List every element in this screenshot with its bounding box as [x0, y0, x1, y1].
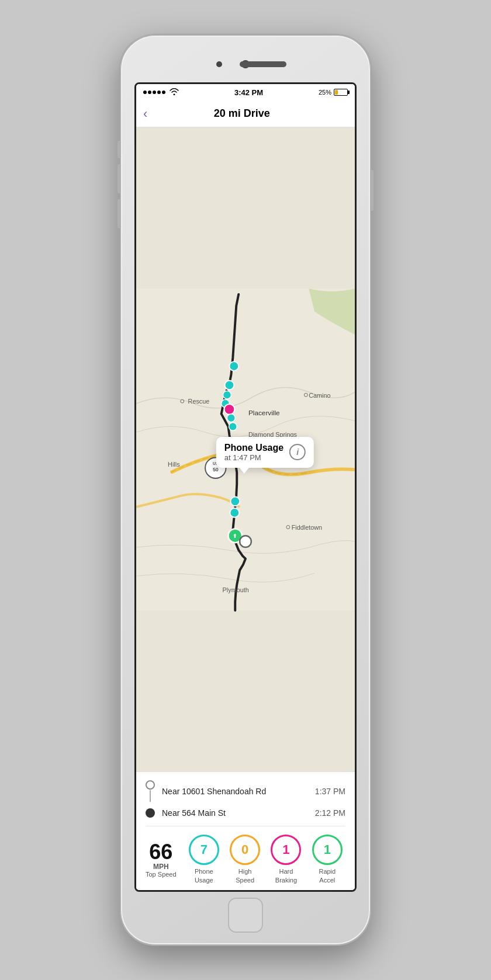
home-button[interactable]: [228, 898, 263, 933]
volume-mute-button[interactable]: [117, 141, 121, 158]
top-speed-label: Top Speed: [146, 871, 177, 878]
speaker-icon: [240, 61, 286, 67]
route-end-time: 2:12 PM: [315, 808, 345, 818]
volume-up-button[interactable]: [117, 164, 121, 193]
svg-text:⬆: ⬆: [233, 533, 237, 539]
rapid-accel-circle: 1: [312, 835, 343, 865]
battery-percent: 25%: [319, 89, 331, 96]
svg-point-26: [240, 536, 251, 547]
phone-usage-stat[interactable]: 7 PhoneUsage: [186, 835, 222, 884]
route-info: Near 10601 Shenandoah Rd 1:37 PM Near 56…: [146, 780, 345, 826]
status-bar: 3:42 PM 25%: [136, 84, 355, 100]
back-button[interactable]: ‹: [143, 107, 147, 120]
high-speed-circle: 0: [230, 835, 260, 865]
info-icon[interactable]: i: [289, 444, 306, 460]
camera-area: [121, 47, 370, 82]
map-area[interactable]: US 50 Rescue Hills Placerville Diamond S…: [136, 127, 355, 772]
hard-braking-circle: 1: [271, 835, 301, 865]
volume-down-button[interactable]: [117, 199, 121, 228]
screen: 3:42 PM 25% ‹ 20 mi Drive: [134, 82, 357, 892]
svg-text:Fiddletown: Fiddletown: [292, 524, 322, 531]
bottom-info: Near 10601 Shenandoah Rd 1:37 PM Near 56…: [136, 772, 355, 890]
status-left: [143, 88, 179, 97]
high-speed-label: HighSpeed: [236, 867, 254, 884]
svg-point-19: [224, 404, 235, 415]
power-button[interactable]: [370, 170, 374, 211]
top-speed-stat: 66 MPH Top Speed: [146, 842, 177, 878]
popup-text: Phone Usage at 1:47 PM: [224, 443, 283, 462]
svg-text:Rescue: Rescue: [188, 398, 210, 405]
route-start-row: Near 10601 Shenandoah Rd 1:37 PM: [146, 780, 345, 802]
hard-braking-label: HardBraking: [275, 867, 297, 884]
top-speed-value: 66: [149, 842, 172, 863]
svg-text:Placerville: Placerville: [248, 409, 280, 417]
route-start-time: 1:37 PM: [315, 787, 345, 796]
route-end-row: Near 564 Main St 2:12 PM: [146, 808, 345, 818]
stats-row: 66 MPH Top Speed 7 PhoneUsage 0 HighSpee…: [146, 835, 345, 884]
svg-point-22: [230, 496, 240, 506]
rapid-accel-stat[interactable]: 1 RapidAccel: [309, 835, 345, 884]
route-start-address: Near 10601 Shenandoah Rd: [162, 787, 308, 796]
page-title: 20 mi Drive: [147, 107, 336, 120]
map-popup[interactable]: Phone Usage at 1:47 PM i: [216, 437, 314, 468]
sensor-icon: [216, 61, 222, 67]
svg-point-23: [230, 508, 239, 517]
wifi-icon: [170, 88, 179, 97]
route-start-dot: [146, 780, 155, 790]
rapid-accel-label: RapidAccel: [319, 867, 336, 884]
svg-point-21: [229, 422, 237, 430]
status-time: 3:42 PM: [234, 88, 263, 97]
hard-braking-stat[interactable]: 1 HardBraking: [268, 835, 304, 884]
battery-icon: [334, 89, 348, 96]
popup-title: Phone Usage: [224, 443, 283, 453]
phone-usage-label: PhoneUsage: [195, 867, 213, 884]
svg-text:Plymouth: Plymouth: [223, 586, 249, 593]
route-end-address: Near 564 Main St: [162, 808, 308, 818]
status-right: 25%: [319, 89, 348, 96]
high-speed-stat[interactable]: 0 HighSpeed: [227, 835, 263, 884]
svg-point-15: [229, 362, 238, 371]
signal-strength: [143, 91, 165, 94]
svg-text:50: 50: [213, 467, 219, 472]
popup-subtitle: at 1:47 PM: [224, 453, 283, 462]
route-end-dot: [146, 808, 155, 818]
svg-text:Camino: Camino: [309, 392, 330, 399]
phone-usage-circle: 7: [189, 835, 219, 865]
top-speed-unit: MPH: [153, 863, 169, 871]
svg-point-16: [225, 381, 234, 390]
svg-text:Hills: Hills: [168, 461, 180, 468]
svg-point-20: [227, 414, 236, 422]
svg-point-17: [223, 391, 231, 399]
phone-frame: 3:42 PM 25% ‹ 20 mi Drive: [120, 34, 371, 946]
nav-bar: ‹ 20 mi Drive: [136, 100, 355, 127]
